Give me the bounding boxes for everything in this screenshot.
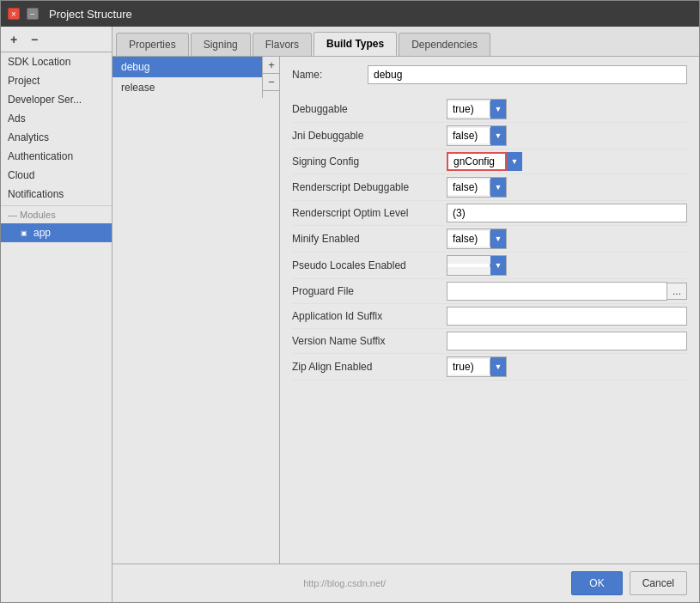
- pseudo-locales-enabled-label: Pseudo Locales Enabled: [292, 259, 447, 271]
- sidebar-item-cloud[interactable]: Cloud: [1, 166, 112, 185]
- sidebar-item-ads[interactable]: Ads: [1, 109, 112, 128]
- sidebar-item-app[interactable]: ▣ app: [1, 223, 112, 242]
- field-row-zip-align-enabled: Zip Align Enabled true) ▼: [292, 354, 687, 381]
- zip-align-enabled-label: Zip Align Enabled: [292, 361, 447, 373]
- renderscript-optim-level-input[interactable]: [447, 204, 687, 222]
- right-panel: Properties Signing Flavors Build Types D…: [113, 27, 699, 602]
- sidebar-item-analytics[interactable]: Analytics: [1, 128, 112, 147]
- title-bar: × − Project Structure: [1, 1, 699, 27]
- field-row-debuggable: Debuggable true) ▼: [292, 96, 687, 123]
- pseudo-locales-enabled-arrow[interactable]: ▼: [490, 256, 506, 275]
- renderscript-debuggable-value: false): [447, 180, 490, 195]
- sidebar: + − SDK Location Project Developer Ser..…: [1, 27, 113, 602]
- tab-build-types[interactable]: Build Types: [313, 32, 397, 56]
- watermark-text: http://blog.csdn.net/: [125, 578, 564, 588]
- sidebar-toolbar: + −: [1, 27, 112, 52]
- application-id-suffix-input[interactable]: [447, 307, 687, 326]
- pseudo-locales-enabled-control: ▼: [447, 255, 687, 276]
- main-content: + − SDK Location Project Developer Ser..…: [1, 27, 699, 602]
- zip-align-enabled-arrow[interactable]: ▼: [490, 357, 506, 376]
- signing-config-label: Signing Config: [292, 155, 447, 168]
- debuggable-value: true): [447, 101, 490, 117]
- signing-config-dropdown[interactable]: gnConfig ▼: [447, 152, 522, 171]
- sidebar-item-authentication[interactable]: Authentication: [1, 147, 112, 166]
- application-id-suffix-control: [447, 307, 687, 326]
- minify-enabled-label: Minify Enabled: [292, 233, 447, 245]
- field-row-proguard-file: Proguard File ...: [292, 279, 687, 304]
- zip-align-enabled-control: true) ▼: [447, 356, 687, 377]
- debuggable-arrow[interactable]: ▼: [490, 100, 506, 119]
- window-title: Project Structure: [49, 8, 132, 21]
- renderscript-debuggable-dropdown[interactable]: false) ▼: [447, 177, 507, 198]
- fields-panel: Name: Debuggable true) ▼: [280, 57, 699, 563]
- name-input[interactable]: [368, 65, 687, 84]
- pseudo-locales-enabled-value: [447, 264, 490, 267]
- proguard-file-input[interactable]: [447, 282, 667, 301]
- name-label: Name:: [292, 69, 361, 81]
- jni-debuggable-label: Jni Debuggable: [292, 130, 447, 142]
- minify-enabled-control: false) ▼: [447, 228, 687, 249]
- sidebar-item-sdk-location[interactable]: SDK Location: [1, 52, 112, 71]
- field-row-minify-enabled: Minify Enabled false) ▼: [292, 226, 687, 253]
- application-id-suffix-label: Application Id Suffix: [292, 310, 447, 322]
- project-structure-window: × − Project Structure + − SDK Location P…: [0, 0, 700, 603]
- minify-enabled-dropdown[interactable]: false) ▼: [447, 228, 507, 249]
- debuggable-dropdown[interactable]: true) ▼: [447, 99, 507, 119]
- field-row-renderscript-debuggable: Renderscript Debuggable false) ▼: [292, 174, 687, 201]
- jni-debuggable-dropdown[interactable]: false) ▼: [447, 125, 507, 146]
- build-list-panel: debug release + −: [113, 57, 280, 563]
- panel-content: debug release + −: [113, 57, 699, 563]
- signing-config-value: gnConfig: [447, 152, 507, 171]
- jni-debuggable-control: false) ▼: [447, 125, 687, 146]
- build-list-row: debug release + −: [113, 57, 279, 98]
- signing-config-control: gnConfig ▼: [447, 152, 687, 171]
- modules-section-label: — Modules: [1, 205, 112, 223]
- proguard-file-label: Proguard File: [292, 285, 447, 297]
- build-list: debug release: [113, 57, 262, 98]
- sidebar-item-project[interactable]: Project: [1, 71, 112, 90]
- renderscript-debuggable-arrow[interactable]: ▼: [490, 178, 506, 197]
- field-row-pseudo-locales-enabled: Pseudo Locales Enabled ▼: [292, 253, 687, 279]
- build-item-release[interactable]: release: [113, 77, 262, 98]
- tab-properties[interactable]: Properties: [116, 33, 189, 56]
- cancel-button[interactable]: Cancel: [630, 571, 687, 595]
- build-add-button[interactable]: +: [263, 57, 280, 74]
- jni-debuggable-arrow[interactable]: ▼: [490, 126, 506, 145]
- tab-dependencies[interactable]: Dependencies: [399, 33, 490, 56]
- bottom-bar: http://blog.csdn.net/ OK Cancel: [113, 563, 699, 602]
- minify-enabled-value: false): [447, 231, 490, 247]
- build-list-toolbar: + −: [262, 57, 279, 98]
- version-name-suffix-label: Version Name Suffix: [292, 335, 447, 347]
- ok-button[interactable]: OK: [571, 571, 622, 595]
- sidebar-remove-button[interactable]: −: [27, 32, 42, 47]
- tab-signing[interactable]: Signing: [191, 33, 251, 56]
- tabs-bar: Properties Signing Flavors Build Types D…: [113, 27, 699, 57]
- build-remove-button[interactable]: −: [263, 74, 280, 91]
- version-name-suffix-control: [447, 332, 687, 350]
- field-row-renderscript-optim-level: Renderscript Optim Level: [292, 201, 687, 226]
- renderscript-debuggable-control: false) ▼: [447, 177, 687, 198]
- zip-align-enabled-value: true): [447, 359, 490, 375]
- pseudo-locales-enabled-dropdown[interactable]: ▼: [447, 255, 507, 276]
- renderscript-optim-level-label: Renderscript Optim Level: [292, 207, 447, 219]
- signing-config-arrow[interactable]: ▼: [507, 152, 522, 171]
- close-button[interactable]: ×: [8, 8, 20, 20]
- sidebar-add-button[interactable]: +: [6, 32, 21, 47]
- minify-enabled-arrow[interactable]: ▼: [490, 229, 506, 248]
- zip-align-enabled-dropdown[interactable]: true) ▼: [447, 356, 507, 377]
- field-row-version-name-suffix: Version Name Suffix: [292, 329, 687, 354]
- field-row-jni-debuggable: Jni Debuggable false) ▼: [292, 123, 687, 149]
- tab-flavors[interactable]: Flavors: [253, 33, 312, 56]
- minimize-button[interactable]: −: [27, 8, 39, 20]
- module-icon: ▣: [18, 227, 30, 239]
- jni-debuggable-value: false): [447, 128, 490, 143]
- version-name-suffix-input[interactable]: [447, 332, 687, 350]
- name-row: Name:: [292, 65, 687, 84]
- sidebar-item-developer-services[interactable]: Developer Ser...: [1, 90, 112, 109]
- build-item-debug[interactable]: debug: [113, 57, 262, 77]
- debuggable-control: true) ▼: [447, 99, 687, 119]
- field-row-application-id-suffix: Application Id Suffix: [292, 304, 687, 329]
- debuggable-label: Debuggable: [292, 103, 447, 115]
- proguard-file-browse-button[interactable]: ...: [667, 283, 687, 300]
- sidebar-item-notifications[interactable]: Notifications: [1, 185, 112, 204]
